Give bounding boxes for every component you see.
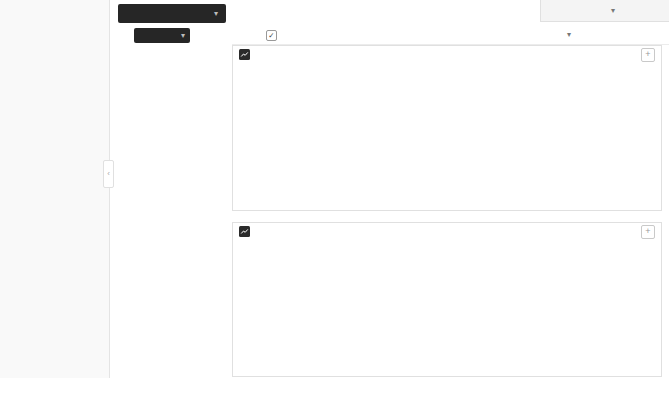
chart-panel-response-time: + — [232, 45, 662, 211]
response-time-chart — [233, 63, 661, 185]
sort-dropdown[interactable]: ▾ — [134, 28, 190, 43]
chevron-down-icon: ▾ — [214, 9, 218, 18]
chevron-down-icon: ▾ — [181, 31, 185, 40]
sidebar-collapse-handle[interactable]: ‹ — [103, 160, 114, 188]
chart-type-icon — [239, 226, 250, 237]
app-selector-dropdown[interactable]: ▾ — [118, 4, 226, 23]
expand-button[interactable]: + — [641, 225, 655, 239]
time-range-dropdown[interactable]: ▾ — [562, 30, 571, 39]
site-watermark — [657, 371, 665, 372]
versions-dropdown[interactable]: ▾ — [540, 0, 669, 22]
chart-type-icon — [239, 49, 250, 60]
chart-panel-header: + — [233, 46, 661, 63]
chart-panel-header: + — [233, 223, 661, 240]
chart-panel-throughput: + — [232, 222, 662, 377]
throughput-chart — [233, 241, 661, 365]
expand-button[interactable]: + — [641, 48, 655, 62]
hide-small-throughput-checkbox[interactable]: ✓ — [266, 30, 277, 41]
app-root: ‹ ▾ ▾ ▾ ✓ ▾ + — [0, 0, 669, 400]
chevron-down-icon: ▾ — [611, 6, 615, 15]
sidebar — [0, 0, 110, 378]
chevron-down-icon: ▾ — [567, 30, 571, 39]
